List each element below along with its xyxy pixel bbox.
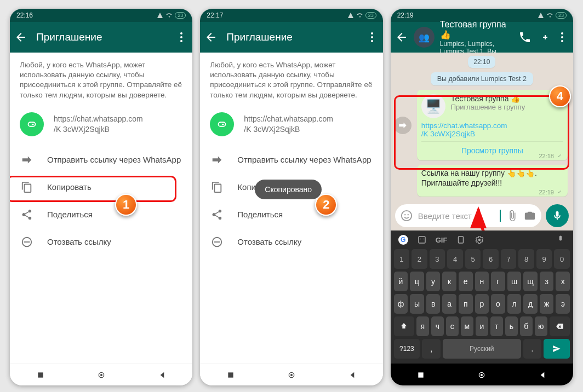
gif-tab[interactable]: GIF: [436, 236, 448, 244]
voice-button[interactable]: [546, 204, 569, 227]
key-щ[interactable]: щ: [523, 272, 538, 291]
space-key[interactable]: Русский: [443, 339, 521, 359]
key-у[interactable]: у: [426, 272, 441, 291]
key-с[interactable]: с: [446, 316, 459, 336]
svg-point-10: [371, 40, 373, 42]
comma-key[interactable]: ,: [422, 339, 441, 359]
key-5[interactable]: 5: [465, 249, 481, 269]
share-link-item[interactable]: Поделиться: [210, 201, 373, 228]
key-т[interactable]: т: [490, 316, 503, 336]
key-э[interactable]: э: [556, 294, 570, 314]
key-7[interactable]: 7: [501, 249, 517, 269]
nav-back-icon[interactable]: [158, 371, 167, 379]
nav-home-icon[interactable]: [287, 371, 296, 379]
key-ю[interactable]: ю: [535, 316, 547, 336]
svg-rect-25: [459, 237, 464, 243]
nav-recent-icon[interactable]: [226, 371, 235, 379]
message-text: Ссылка на нашу группу 👆👆👆. Приглашайте д…: [421, 169, 537, 187]
message-bubble-text[interactable]: Ссылка на нашу группу 👆👆👆. Приглашайте д…: [417, 165, 568, 197]
chat-app-bar[interactable]: 👥 Тестовая группа 👍 Lumpics, Lumpics, Lu…: [391, 22, 573, 53]
nav-recent-icon[interactable]: [36, 371, 45, 379]
back-icon[interactable]: [204, 31, 218, 44]
key-ж[interactable]: ж: [540, 294, 554, 314]
emoji-icon[interactable]: [401, 210, 413, 222]
share-link-item[interactable]: Поделиться: [20, 201, 182, 228]
back-icon[interactable]: [395, 31, 408, 44]
key-г[interactable]: г: [491, 272, 505, 291]
key-8[interactable]: 8: [518, 249, 534, 269]
message-time: 22:19: [539, 189, 563, 195]
key-ч[interactable]: ч: [431, 316, 444, 336]
send-via-whatsapp-item[interactable]: Отправить ссылку через WhatsApp: [20, 146, 182, 174]
key-0[interactable]: 0: [554, 249, 570, 269]
key-х[interactable]: х: [556, 272, 570, 291]
sticker-icon[interactable]: [417, 235, 427, 245]
svg-point-18: [561, 40, 563, 42]
battery-indicator: 23: [175, 12, 186, 19]
add-call-icon[interactable]: [537, 31, 550, 44]
key-р[interactable]: р: [475, 294, 489, 314]
key-2[interactable]: 2: [411, 249, 427, 269]
nav-back-icon[interactable]: [538, 371, 547, 379]
invite-link-row[interactable]: https://chat.whatsapp.com /K 3cWXj2SqjkB: [20, 112, 182, 136]
nav-back-icon[interactable]: [348, 371, 357, 379]
key-л[interactable]: л: [507, 294, 522, 314]
key-и[interactable]: и: [476, 316, 488, 336]
invite-link-row[interactable]: https://chat.whatsapp.com /K 3cWXj2SqjkB: [210, 112, 373, 136]
key-6[interactable]: 6: [483, 249, 499, 269]
key-б[interactable]: б: [520, 316, 533, 336]
shift-key[interactable]: [394, 316, 414, 336]
key-ф[interactable]: ф: [394, 294, 408, 314]
key-в[interactable]: в: [426, 294, 441, 314]
more-icon[interactable]: [365, 31, 379, 44]
google-icon[interactable]: G: [398, 235, 408, 245]
key-м[interactable]: м: [461, 316, 473, 336]
preview-link[interactable]: https://chat.whatsapp.com/K 3cWXj2SqjkB: [421, 122, 563, 138]
key-3[interactable]: 3: [430, 249, 445, 269]
symbols-key[interactable]: ?123: [394, 339, 420, 359]
key-з[interactable]: з: [540, 272, 554, 291]
key-а[interactable]: а: [442, 294, 456, 314]
key-ы[interactable]: ы: [410, 294, 424, 314]
revoke-link-item[interactable]: Отозвать ссылку: [210, 228, 373, 256]
key-д[interactable]: д: [523, 294, 538, 314]
key-к[interactable]: к: [442, 272, 456, 291]
keyboard[interactable]: G GIF 1234567890 йцукенгшщзх фывапролджэ…: [391, 230, 573, 364]
key-ь[interactable]: ь: [505, 316, 518, 336]
invite-link-text: https://chat.whatsapp.com /K 3cWXj2SqjkB: [54, 114, 143, 135]
status-time: 22:19: [397, 11, 414, 19]
settings-icon[interactable]: [475, 235, 484, 245]
text-cursor: [500, 210, 501, 222]
attach-icon[interactable]: [506, 210, 518, 222]
period-key[interactable]: .: [523, 339, 542, 359]
back-icon[interactable]: [14, 31, 27, 44]
key-й[interactable]: й: [394, 272, 408, 291]
call-icon[interactable]: [518, 31, 531, 44]
message-input[interactable]: Введите текст: [395, 204, 541, 227]
copy-link-item[interactable]: Копировать: [20, 174, 182, 201]
key-ш[interactable]: ш: [507, 272, 522, 291]
nav-home-icon[interactable]: [97, 371, 106, 379]
message-bubble-invite[interactable]: 🖥️ Тестовая группа 👍 Приглашение в групп…: [417, 90, 568, 160]
send-via-whatsapp-item[interactable]: Отправить ссылку через WhatsApp: [210, 146, 373, 174]
backspace-key[interactable]: [550, 316, 570, 336]
more-icon[interactable]: [556, 31, 569, 44]
key-п[interactable]: п: [459, 294, 473, 314]
key-4[interactable]: 4: [447, 249, 463, 269]
forward-icon[interactable]: [394, 117, 411, 134]
mic-icon[interactable]: [556, 235, 565, 245]
clipboard-icon[interactable]: [456, 235, 466, 245]
send-key[interactable]: [544, 339, 570, 359]
key-н[interactable]: н: [475, 272, 489, 291]
key-9[interactable]: 9: [536, 249, 552, 269]
nav-home-icon[interactable]: [477, 371, 486, 379]
key-1[interactable]: 1: [394, 249, 410, 269]
nav-recent-icon[interactable]: [416, 371, 425, 379]
key-ц[interactable]: ц: [410, 272, 424, 291]
more-icon[interactable]: [175, 31, 188, 44]
key-о[interactable]: о: [491, 294, 505, 314]
key-я[interactable]: я: [416, 316, 429, 336]
camera-icon[interactable]: [524, 210, 536, 222]
revoke-link-item[interactable]: Отозвать ссылку: [20, 228, 182, 256]
key-е[interactable]: е: [459, 272, 473, 291]
